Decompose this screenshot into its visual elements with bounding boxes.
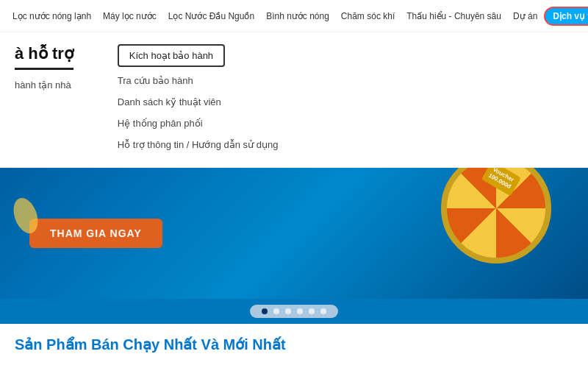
join-now-button[interactable]: THAM GIA NGAY — [29, 219, 162, 248]
carousel-dot[interactable] — [297, 308, 303, 314]
dropdown-right-item[interactable]: Hệ thống phân phối — [118, 113, 279, 134]
dropdown-heading: à hỗ trợ — [15, 44, 74, 70]
nav-item-active[interactable]: Dịch vụ và hỗ trợ — [544, 7, 588, 26]
banner-area: THAM GIA NGAY Voucher100.000đ — [0, 168, 588, 299]
dropdown-area: à hỗ trợ hành tận nhà Kích hoạt bảo hành… — [0, 32, 588, 168]
navbar: Lọc nước nóng lạnhMáy lọc nướcLọc Nước Đ… — [0, 0, 588, 32]
nav-item[interactable]: Dự án — [508, 11, 542, 21]
carousel-dot[interactable] — [273, 308, 279, 314]
nav-item[interactable]: Lọc Nước Đầu Nguồn — [163, 11, 259, 21]
bottom-title: Sản Phẩm Bán Chạy Nhất Và Mới Nhất — [15, 336, 573, 353]
dropdown-left: à hỗ trợ hành tận nhà — [15, 44, 74, 155]
carousel-dot[interactable] — [285, 308, 291, 314]
nav-item[interactable]: Máy lọc nước — [98, 11, 162, 21]
dropdown-right-item[interactable]: Tra cứu bảo hành — [118, 70, 279, 91]
prize-wheel: Voucher100.000đ — [441, 168, 559, 299]
nav-item[interactable]: Chăm sóc khí — [336, 11, 400, 21]
carousel-dot[interactable] — [262, 308, 268, 314]
dropdown-right-item[interactable]: Hỗ trợ thông tin / Hướng dẫn sử dụng — [118, 134, 279, 155]
carousel-dot[interactable] — [309, 308, 315, 314]
dropdown-left-item[interactable]: hành tận nhà — [15, 74, 74, 96]
bottom-section: Sản Phẩm Bán Chạy Nhất Và Mới Nhất — [0, 324, 588, 365]
nav-item[interactable]: Bình nước nóng — [261, 11, 334, 21]
nav-item[interactable]: Thấu hiểu - Chuyên sâu — [401, 11, 506, 21]
dots-row — [0, 299, 588, 324]
dropdown-right-item[interactable]: Danh sách kỹ thuật viên — [118, 91, 279, 113]
carousel-dot[interactable] — [320, 308, 326, 314]
nav-item[interactable]: Lọc nước nóng lạnh — [7, 11, 96, 21]
dropdown-right-item-highlighted[interactable]: Kích hoạt bảo hành — [118, 44, 225, 67]
dropdown-right: Kích hoạt bảo hànhTra cứu bảo hànhDanh s… — [118, 44, 279, 155]
